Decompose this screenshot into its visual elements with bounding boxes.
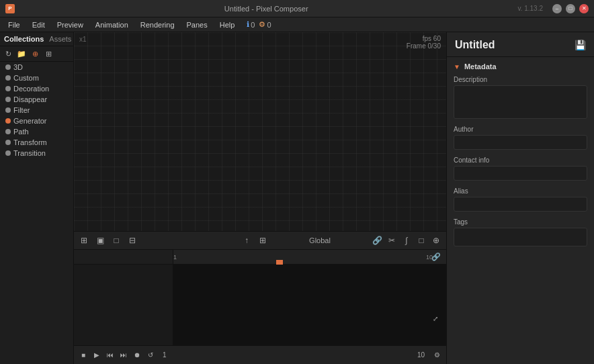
document-title: Untitled: [455, 39, 495, 51]
list-item[interactable]: Generator: [0, 116, 73, 126]
description-label: Description: [454, 76, 587, 83]
prev-frame-button[interactable]: ⏮: [105, 350, 116, 361]
title-bar: P Untitled - Pixel Composer v. 1.13.2 – …: [0, 0, 594, 17]
curve-icon[interactable]: ∫: [400, 234, 413, 246]
zoom-label: x1: [79, 36, 87, 43]
refresh-icon[interactable]: ↻: [3, 48, 13, 59]
timeline-num-1: 1: [173, 254, 177, 261]
chain-icon[interactable]: 🔗: [431, 253, 441, 261]
right-panel-content: ▼ Metadata Description Author Contact in…: [447, 57, 594, 364]
grid-view-icon[interactable]: ⊞: [43, 48, 54, 59]
timeline-right-controls: ⚙: [431, 350, 442, 361]
upload-icon[interactable]: ↑: [241, 234, 253, 246]
preview-toolbar-right: 🔗 ✂ ∫ □ ⊕: [371, 234, 442, 246]
record-button[interactable]: ⏺: [132, 350, 142, 361]
info-icon: ℹ: [247, 20, 249, 29]
fps-label: fps 60: [423, 35, 441, 42]
grid-plus-icon[interactable]: ⊕: [430, 234, 442, 246]
folder-icon[interactable]: 📁: [16, 48, 27, 59]
link-icon[interactable]: 🔗: [371, 234, 383, 246]
contact-input[interactable]: [454, 166, 587, 181]
collections-header: Collections Assets: [0, 32, 73, 46]
tab-assets[interactable]: Assets: [49, 35, 71, 43]
fit-icon[interactable]: ⤢: [430, 313, 441, 324]
list-item[interactable]: Disappear: [0, 94, 73, 105]
alias-field-group: Alias: [454, 187, 587, 212]
next-frame-button[interactable]: ⏭: [118, 350, 129, 361]
section-collapse-arrow: ▼: [454, 63, 460, 71]
frame-label: Frame 0/30: [407, 42, 441, 50]
alias-input[interactable]: [454, 197, 587, 212]
tags-label: Tags: [454, 218, 587, 226]
author-field-group: Author: [454, 126, 587, 150]
menu-animation[interactable]: Animation: [90, 19, 134, 30]
description-field-group: Description: [454, 76, 587, 119]
center-area: fps 60 Frame 0/30 x1 ⊞ ▣ □ ⊟ ↑ ⊞ Global …: [74, 32, 446, 364]
maximize-button[interactable]: □: [566, 4, 575, 13]
crop-icon[interactable]: ✂: [386, 234, 398, 246]
title-bar-left: P: [5, 4, 15, 13]
list-item[interactable]: 3D: [0, 62, 73, 73]
loop-button[interactable]: ↺: [145, 350, 156, 361]
app-icon: P: [5, 4, 15, 13]
preview-toolbar: ⊞ ▣ □ ⊟ ↑ ⊞ Global 🔗 ✂ ∫ □ ⊕: [74, 231, 446, 250]
canvas-grid: [74, 32, 446, 231]
preview-area[interactable]: fps 60 Frame 0/30 x1: [74, 32, 446, 231]
timeline-content[interactable]: ⤢: [74, 265, 446, 345]
right-panel: Untitled 💾 ▼ Metadata Description Author…: [446, 32, 594, 364]
gear-icon: ⚙: [259, 20, 265, 29]
counter1: ℹ 0: [247, 20, 255, 29]
version-label: v. 1.13.2: [517, 5, 543, 12]
close-button[interactable]: ✕: [579, 4, 589, 13]
timeline-ruler-bar: 1 10 🔗: [74, 250, 446, 265]
minimize-button[interactable]: –: [552, 4, 562, 13]
collections-toolbar: ↻ 📁 ⊕ ⊞: [0, 46, 73, 62]
grid-toggle-icon[interactable]: ⊞: [257, 234, 269, 246]
timeline-settings-icon[interactable]: ⚙: [431, 350, 442, 361]
tab-collections[interactable]: Collections: [4, 35, 44, 43]
right-panel-header: Untitled 💾: [447, 32, 594, 57]
author-input[interactable]: [454, 135, 587, 150]
left-panel: Collections Assets ↻ 📁 ⊕ ⊞ 3D Custom Dec…: [0, 32, 74, 364]
menu-panes[interactable]: Panes: [181, 19, 213, 30]
menu-bar: File Edit Preview Animation Rendering Pa…: [0, 17, 594, 32]
timeline-start-num: 1: [159, 351, 171, 359]
app-title: Untitled - Pixel Composer: [15, 5, 517, 13]
menu-edit[interactable]: Edit: [27, 19, 50, 30]
clip-icon[interactable]: □: [415, 234, 427, 246]
contact-field-group: Contact info: [454, 156, 587, 181]
main-layout: Collections Assets ↻ 📁 ⊕ ⊞ 3D Custom Dec…: [0, 32, 594, 364]
list-item[interactable]: Path: [0, 126, 73, 137]
author-label: Author: [454, 126, 587, 133]
layout-tool-3[interactable]: □: [110, 234, 122, 246]
menu-help[interactable]: Help: [214, 19, 241, 30]
list-item[interactable]: Transform: [0, 137, 73, 148]
list-item[interactable]: Transition: [0, 148, 73, 158]
timeline-area: 1 10 🔗 ⤢ ■ ▶ ⏮ ⏭: [74, 250, 446, 364]
title-bar-controls: v. 1.13.2 – □ ✕: [517, 4, 589, 13]
stop-button[interactable]: ■: [78, 350, 89, 361]
menu-preview[interactable]: Preview: [52, 19, 89, 30]
list-item[interactable]: Decoration: [0, 83, 73, 94]
description-input[interactable]: [454, 85, 587, 119]
layout-tool-4[interactable]: ⊟: [126, 234, 138, 246]
save-icon[interactable]: 💾: [575, 40, 586, 50]
contact-label: Contact info: [454, 156, 587, 164]
tags-input[interactable]: [454, 228, 587, 246]
tags-field-group: Tags: [454, 218, 587, 246]
play-button[interactable]: ▶: [91, 350, 102, 361]
timeline-controls: ■ ▶ ⏮ ⏭ ⏺ ↺ 1 10 ⚙: [74, 345, 446, 364]
menu-icon-group: ℹ 0 ⚙ 0: [247, 20, 271, 29]
add-collection-icon[interactable]: ⊕: [30, 48, 40, 59]
layout-tool-1[interactable]: ⊞: [78, 234, 90, 246]
layout-tool-2[interactable]: ▣: [94, 234, 106, 246]
metadata-section-label: Metadata: [464, 62, 497, 71]
counter2: ⚙ 0: [259, 20, 271, 29]
global-label: Global: [273, 236, 367, 244]
timeline-end-num: 10: [413, 351, 429, 359]
menu-file[interactable]: File: [3, 19, 26, 30]
metadata-section-header[interactable]: ▼ Metadata: [454, 62, 587, 71]
list-item[interactable]: Custom: [0, 73, 73, 83]
menu-rendering[interactable]: Rendering: [135, 19, 180, 30]
list-item[interactable]: Filter: [0, 105, 73, 116]
